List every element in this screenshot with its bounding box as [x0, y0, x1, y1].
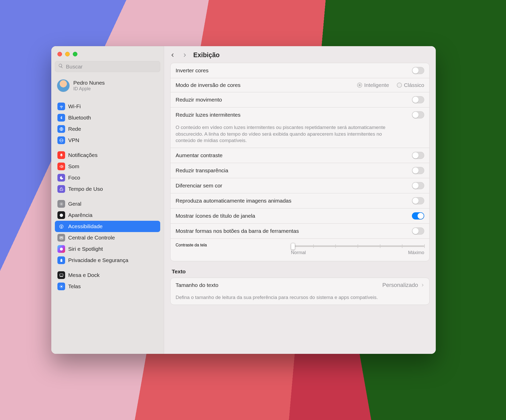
row-increase-contrast: Aumentar contraste: [170, 148, 429, 163]
sidebar-item-bluetooth[interactable]: Bluetooth: [55, 112, 160, 123]
slider-display-contrast[interactable]: Normal Máximo: [291, 243, 424, 255]
row-reduce-motion: Reduzir movimento: [170, 92, 429, 107]
zoom-window-button[interactable]: [73, 52, 77, 56]
desktop-icon: [57, 271, 65, 279]
sidebar-item-accessibility[interactable]: Acessibilidade: [55, 221, 160, 232]
switch-reduce-motion[interactable]: [412, 96, 424, 103]
radio-label: Clássico: [404, 82, 424, 88]
switch-reduce-flashing[interactable]: [412, 111, 424, 118]
row-display-contrast: Contraste da tela Normal Máximo: [170, 239, 429, 261]
sidebar-item-wifi[interactable]: Wi-Fi: [55, 101, 160, 112]
general-icon: [57, 200, 65, 208]
search-placeholder: Buscar: [66, 64, 83, 70]
slider-min-label: Normal: [291, 250, 306, 255]
label-toolbar-shapes: Mostrar formas nos botões da barra de fe…: [176, 228, 299, 234]
sidebar-item-label: Mesa e Dock: [68, 272, 100, 278]
sidebar-item-label: Tempo de Uso: [68, 186, 103, 192]
switch-autoplay-animated[interactable]: [412, 197, 424, 204]
window-controls: [55, 50, 160, 61]
sidebar-item-appearance[interactable]: Aparência: [55, 209, 160, 221]
row-text-size[interactable]: Tamanho do texto Personalizado Defina o …: [170, 278, 429, 305]
svg-rect-7: [60, 236, 61, 237]
sidebar-item-label: Som: [68, 163, 79, 169]
sidebar-item-label: Rede: [68, 126, 81, 132]
content-scroll[interactable]: Inverter cores Modo de inversão de cores…: [164, 63, 436, 354]
privacy-icon: [57, 256, 65, 264]
bluetooth-icon: [57, 114, 65, 122]
svg-point-3: [61, 203, 62, 204]
switch-increase-contrast[interactable]: [412, 152, 424, 159]
switch-reduce-transparency[interactable]: [412, 167, 424, 174]
sidebar-item-label: Siri e Spotlight: [68, 246, 103, 252]
label-reduce-transparency: Reduzir transparência: [176, 167, 228, 174]
row-toolbar-shapes: Mostrar formas nos botões da barra de fe…: [170, 224, 429, 239]
row-reduce-transparency: Reduzir transparência: [170, 163, 429, 178]
page-title: Exibição: [193, 51, 220, 59]
user-subtitle: ID Apple: [73, 86, 105, 92]
search-icon: [58, 63, 63, 70]
label-text-size: Tamanho do texto: [176, 282, 218, 288]
sidebar-item-desktop[interactable]: Mesa e Dock: [55, 269, 160, 281]
switch-window-title-icons[interactable]: [412, 212, 424, 219]
sidebar-item-notifications[interactable]: Notificações: [55, 149, 160, 161]
section-header-text: Texto: [170, 261, 430, 278]
sidebar-item-general[interactable]: Geral: [55, 198, 160, 209]
apple-id-row[interactable]: Pedro Nunes ID Apple: [55, 77, 160, 98]
switch-invert-colors[interactable]: [412, 67, 424, 74]
forward-button[interactable]: [181, 52, 188, 58]
row-autoplay-animated: Reproduza automaticamente imagens animad…: [170, 193, 429, 208]
sidebar-item-label: Wi-Fi: [68, 103, 81, 109]
radio-indicator: [397, 83, 402, 88]
sidebar-item-network[interactable]: Rede: [55, 123, 160, 135]
radio-inversion-classic[interactable]: Clássico: [397, 82, 424, 88]
close-window-button[interactable]: [57, 52, 62, 56]
sidebar-item-label: Bluetooth: [68, 115, 91, 121]
sidebar-item-vpn[interactable]: VPN: [55, 135, 160, 146]
radio-group-inversion-mode: Inteligente Clássico: [357, 82, 424, 88]
desc-reduce-flashing: O conteúdo em vídeo com luzes intermiten…: [176, 124, 391, 144]
label-reduce-flashing: Reduzir luzes intermitentes: [176, 112, 240, 118]
slider-track[interactable]: [291, 245, 424, 247]
sidebar-item-label: Notificações: [68, 152, 97, 158]
accessibility-icon: [57, 223, 65, 230]
sidebar-item-focus[interactable]: Foco: [55, 172, 160, 183]
label-increase-contrast: Aumentar contraste: [176, 152, 222, 158]
minimize-window-button[interactable]: [65, 52, 70, 56]
sidebar: Buscar Pedro Nunes ID Apple Wi-FiBluetoo…: [51, 46, 164, 354]
svg-rect-8: [62, 236, 63, 237]
label-window-title-icons: Mostrar ícones de título de janela: [176, 213, 255, 219]
system-settings-window: Buscar Pedro Nunes ID Apple Wi-FiBluetoo…: [51, 46, 436, 354]
siri-icon: [57, 245, 65, 253]
sidebar-item-displays[interactable]: Telas: [55, 281, 160, 292]
sidebar-item-label: VPN: [68, 137, 79, 143]
slider-max-label: Máximo: [408, 250, 424, 255]
network-icon: [57, 125, 65, 133]
sidebar-item-privacy[interactable]: Privacidade e Segurança: [55, 255, 160, 266]
label-autoplay-animated: Reproduza automaticamente imagens animad…: [176, 198, 291, 204]
slider-thumb[interactable]: [291, 243, 295, 250]
row-reduce-flashing: Reduzir luzes intermitentes O conteúdo e…: [170, 107, 429, 148]
switch-diff-without-color[interactable]: [412, 182, 424, 189]
sidebar-item-label: Telas: [68, 283, 81, 289]
sidebar-item-controlcenter[interactable]: Central de Controle: [55, 232, 160, 243]
svg-rect-11: [60, 274, 63, 276]
back-button[interactable]: [170, 52, 176, 58]
chevron-right-icon: [421, 282, 424, 288]
label-invert-colors: Inverter cores: [176, 67, 208, 74]
svg-rect-2: [60, 189, 63, 190]
sidebar-item-siri[interactable]: Siri e Spotlight: [55, 243, 160, 255]
notifications-icon: [57, 151, 65, 159]
row-invert-colors: Inverter cores: [170, 63, 429, 78]
sidebar-item-sound[interactable]: Som: [55, 161, 160, 172]
content-pane: Exibição Inverter cores Modo de inversão…: [164, 46, 436, 354]
switch-toolbar-shapes[interactable]: [412, 227, 424, 235]
search-input[interactable]: Buscar: [55, 61, 160, 72]
radio-inversion-smart[interactable]: Inteligente: [357, 82, 389, 88]
label-inversion-mode: Modo de inversão de cores: [176, 82, 240, 88]
svg-point-6: [61, 225, 62, 226]
sound-icon: [57, 163, 65, 170]
appearance-icon: [57, 211, 65, 219]
titlebar: Exibição: [164, 46, 436, 63]
controlcenter-icon: [57, 234, 65, 242]
sidebar-item-screentime[interactable]: Tempo de Uso: [55, 183, 160, 195]
